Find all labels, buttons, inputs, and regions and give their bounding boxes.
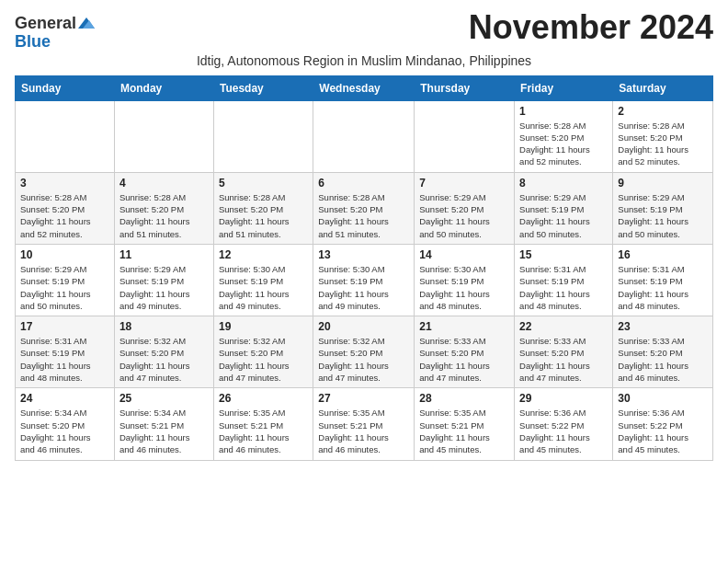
calendar-cell: 13Sunrise: 5:30 AM Sunset: 5:19 PM Dayli… — [313, 244, 415, 316]
calendar-cell: 30Sunrise: 5:36 AM Sunset: 5:22 PM Dayli… — [613, 388, 713, 460]
day-info: Sunrise: 5:35 AM Sunset: 5:21 PM Dayligh… — [419, 407, 509, 455]
day-info: Sunrise: 5:29 AM Sunset: 5:19 PM Dayligh… — [618, 191, 708, 240]
day-number: 22 — [519, 320, 608, 333]
subtitle: Idtig, Autonomous Region in Muslim Minda… — [15, 53, 713, 68]
day-number: 12 — [219, 248, 308, 261]
calendar-cell: 8Sunrise: 5:29 AM Sunset: 5:19 PM Daylig… — [515, 172, 613, 244]
day-info: Sunrise: 5:28 AM Sunset: 5:20 PM Dayligh… — [519, 120, 608, 168]
day-info: Sunrise: 5:35 AM Sunset: 5:21 PM Dayligh… — [219, 407, 308, 455]
day-info: Sunrise: 5:31 AM Sunset: 5:19 PM Dayligh… — [519, 263, 608, 312]
day-number: 10 — [20, 248, 109, 261]
day-number: 23 — [618, 320, 708, 333]
header: General Blue November 2024 — [15, 9, 713, 52]
day-number: 9 — [618, 177, 708, 190]
month-title: November 2024 — [469, 9, 713, 46]
day-number: 18 — [119, 320, 209, 333]
calendar-week-row: 17Sunrise: 5:31 AM Sunset: 5:19 PM Dayli… — [16, 316, 713, 388]
calendar-cell: 28Sunrise: 5:35 AM Sunset: 5:21 PM Dayli… — [415, 388, 515, 460]
calendar-cell: 11Sunrise: 5:29 AM Sunset: 5:19 PM Dayli… — [114, 244, 213, 316]
calendar-cell: 1Sunrise: 5:28 AM Sunset: 5:20 PM Daylig… — [515, 100, 613, 172]
day-number: 21 — [419, 320, 509, 333]
calendar-cell: 9Sunrise: 5:29 AM Sunset: 5:19 PM Daylig… — [613, 172, 713, 244]
day-info: Sunrise: 5:30 AM Sunset: 5:19 PM Dayligh… — [419, 263, 509, 312]
calendar-cell: 18Sunrise: 5:32 AM Sunset: 5:20 PM Dayli… — [114, 316, 213, 388]
calendar-cell: 22Sunrise: 5:33 AM Sunset: 5:20 PM Dayli… — [515, 316, 613, 388]
calendar-cell: 14Sunrise: 5:30 AM Sunset: 5:19 PM Dayli… — [415, 244, 515, 316]
day-info: Sunrise: 5:28 AM Sunset: 5:20 PM Dayligh… — [318, 191, 409, 240]
day-info: Sunrise: 5:35 AM Sunset: 5:21 PM Dayligh… — [318, 407, 409, 455]
day-info: Sunrise: 5:33 AM Sunset: 5:20 PM Dayligh… — [419, 335, 509, 384]
calendar-week-row: 24Sunrise: 5:34 AM Sunset: 5:20 PM Dayli… — [16, 388, 713, 460]
day-number: 25 — [119, 392, 209, 405]
calendar-cell: 29Sunrise: 5:36 AM Sunset: 5:22 PM Dayli… — [515, 388, 613, 460]
day-info: Sunrise: 5:32 AM Sunset: 5:20 PM Dayligh… — [318, 335, 409, 384]
calendar-header-row: SundayMondayTuesdayWednesdayThursdayFrid… — [16, 75, 713, 100]
calendar-cell: 4Sunrise: 5:28 AM Sunset: 5:20 PM Daylig… — [114, 172, 213, 244]
day-number: 8 — [519, 177, 608, 190]
calendar-cell: 25Sunrise: 5:34 AM Sunset: 5:21 PM Dayli… — [114, 388, 213, 460]
calendar-cell — [415, 100, 515, 172]
header-day-wednesday: Wednesday — [313, 75, 415, 100]
day-number: 15 — [519, 248, 608, 261]
calendar-cell: 24Sunrise: 5:34 AM Sunset: 5:20 PM Dayli… — [16, 388, 115, 460]
day-number: 27 — [318, 392, 409, 405]
calendar-cell — [16, 100, 115, 172]
day-number: 4 — [119, 177, 209, 190]
calendar-cell: 23Sunrise: 5:33 AM Sunset: 5:20 PM Dayli… — [613, 316, 713, 388]
calendar-cell: 26Sunrise: 5:35 AM Sunset: 5:21 PM Dayli… — [213, 388, 313, 460]
day-info: Sunrise: 5:28 AM Sunset: 5:20 PM Dayligh… — [219, 191, 308, 240]
day-number: 13 — [318, 248, 409, 261]
calendar-cell: 17Sunrise: 5:31 AM Sunset: 5:19 PM Dayli… — [16, 316, 115, 388]
calendar-cell: 5Sunrise: 5:28 AM Sunset: 5:20 PM Daylig… — [213, 172, 313, 244]
calendar-cell: 21Sunrise: 5:33 AM Sunset: 5:20 PM Dayli… — [415, 316, 515, 388]
day-info: Sunrise: 5:36 AM Sunset: 5:22 PM Dayligh… — [618, 407, 708, 455]
calendar-cell: 20Sunrise: 5:32 AM Sunset: 5:20 PM Dayli… — [313, 316, 415, 388]
day-number: 16 — [618, 248, 708, 261]
calendar-table: SundayMondayTuesdayWednesdayThursdayFrid… — [15, 75, 713, 461]
calendar-cell — [313, 100, 415, 172]
day-info: Sunrise: 5:30 AM Sunset: 5:19 PM Dayligh… — [219, 263, 308, 312]
calendar-cell: 10Sunrise: 5:29 AM Sunset: 5:19 PM Dayli… — [16, 244, 115, 316]
day-number: 29 — [519, 392, 608, 405]
logo-general-text: General — [15, 15, 76, 33]
day-number: 24 — [20, 392, 109, 405]
day-info: Sunrise: 5:32 AM Sunset: 5:20 PM Dayligh… — [219, 335, 308, 384]
day-number: 5 — [219, 177, 308, 190]
day-number: 17 — [20, 320, 109, 333]
calendar-cell: 27Sunrise: 5:35 AM Sunset: 5:21 PM Dayli… — [313, 388, 415, 460]
day-number: 26 — [219, 392, 308, 405]
calendar-week-row: 3Sunrise: 5:28 AM Sunset: 5:20 PM Daylig… — [16, 172, 713, 244]
day-info: Sunrise: 5:32 AM Sunset: 5:20 PM Dayligh… — [119, 335, 209, 384]
day-info: Sunrise: 5:29 AM Sunset: 5:20 PM Dayligh… — [419, 191, 509, 240]
calendar-cell — [114, 100, 213, 172]
day-number: 1 — [519, 105, 608, 118]
day-info: Sunrise: 5:30 AM Sunset: 5:19 PM Dayligh… — [318, 263, 409, 312]
day-info: Sunrise: 5:33 AM Sunset: 5:20 PM Dayligh… — [519, 335, 608, 384]
day-info: Sunrise: 5:34 AM Sunset: 5:20 PM Dayligh… — [20, 407, 109, 455]
day-number: 2 — [618, 105, 708, 118]
header-day-monday: Monday — [114, 75, 213, 100]
day-info: Sunrise: 5:28 AM Sunset: 5:20 PM Dayligh… — [20, 191, 109, 240]
day-number: 30 — [618, 392, 708, 405]
logo-icon — [78, 16, 95, 30]
calendar-cell: 3Sunrise: 5:28 AM Sunset: 5:20 PM Daylig… — [16, 172, 115, 244]
day-number: 14 — [419, 248, 509, 261]
header-day-sunday: Sunday — [16, 75, 115, 100]
day-number: 28 — [419, 392, 509, 405]
day-number: 20 — [318, 320, 409, 333]
calendar-cell: 19Sunrise: 5:32 AM Sunset: 5:20 PM Dayli… — [213, 316, 313, 388]
day-number: 11 — [119, 248, 209, 261]
calendar-cell — [213, 100, 313, 172]
header-day-tuesday: Tuesday — [213, 75, 313, 100]
calendar-cell: 15Sunrise: 5:31 AM Sunset: 5:19 PM Dayli… — [515, 244, 613, 316]
day-number: 19 — [219, 320, 308, 333]
header-day-saturday: Saturday — [613, 75, 713, 100]
day-info: Sunrise: 5:34 AM Sunset: 5:21 PM Dayligh… — [119, 407, 209, 455]
day-info: Sunrise: 5:29 AM Sunset: 5:19 PM Dayligh… — [119, 263, 209, 312]
calendar-cell: 16Sunrise: 5:31 AM Sunset: 5:19 PM Dayli… — [613, 244, 713, 316]
day-info: Sunrise: 5:29 AM Sunset: 5:19 PM Dayligh… — [519, 191, 608, 240]
header-day-friday: Friday — [515, 75, 613, 100]
day-number: 7 — [419, 177, 509, 190]
logo: General Blue — [15, 9, 95, 52]
calendar-cell: 7Sunrise: 5:29 AM Sunset: 5:20 PM Daylig… — [415, 172, 515, 244]
